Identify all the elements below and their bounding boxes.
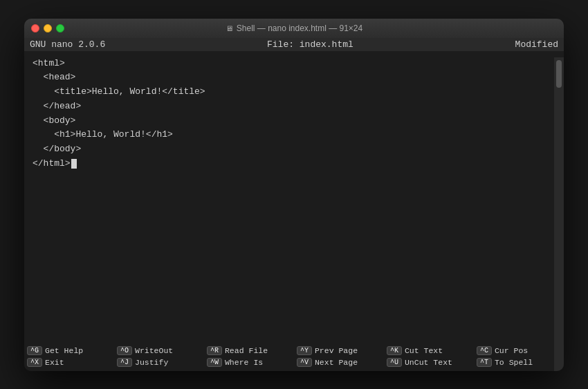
nano-filename: File: index.html <box>267 39 353 50</box>
code-line-with-cursor: </html> <box>33 157 555 171</box>
shortcut-read-file[interactable]: ^R Read File <box>204 345 294 357</box>
code-line: <body> <box>33 114 555 129</box>
shortcut-label-cur-pos: Cur Pos <box>495 346 528 355</box>
shortcut-row-2: ^X Exit ^J Justify ^W Where Is ^V Next P… <box>24 357 564 368</box>
shortcut-key-j: ^J <box>117 358 132 367</box>
shortcut-label-cut-text: Cut Text <box>405 346 443 355</box>
shortcut-cur-pos[interactable]: ^C Cur Pos <box>474 345 564 357</box>
shortcut-key-v: ^V <box>297 358 312 367</box>
code-line: </body> <box>33 142 555 157</box>
shortcut-key-o: ^O <box>117 346 132 355</box>
shortcut-next-page[interactable]: ^V Next Page <box>294 357 384 368</box>
shortcut-key-c: ^C <box>477 346 492 355</box>
nano-header-bar: GNU nano 2.0.6 File: index.html Modified <box>24 38 564 51</box>
shortcut-label-prev-page: Prev Page <box>315 346 358 355</box>
shortcut-key-u: ^U <box>387 358 402 367</box>
shortcut-label-next-page: Next Page <box>315 358 358 367</box>
shortcut-label-to-spell: To Spell <box>495 358 533 367</box>
shortcut-key-y: ^Y <box>297 346 312 355</box>
text-cursor <box>71 159 77 169</box>
shortcut-row-1: ^G Get Help ^O WriteOut ^R Read File ^Y … <box>24 345 564 357</box>
nano-editor-area[interactable]: GNU nano 2.0.6 File: index.html Modified… <box>24 38 564 371</box>
code-line: </head> <box>33 99 555 114</box>
shortcut-prev-page[interactable]: ^Y Prev Page <box>294 345 384 357</box>
shortcut-key-w: ^W <box>207 358 222 367</box>
shortcut-writeout[interactable]: ^O WriteOut <box>114 345 204 357</box>
shortcut-to-spell[interactable]: ^T To Spell <box>474 357 564 368</box>
close-button[interactable] <box>31 24 39 32</box>
maximize-button[interactable] <box>56 24 64 32</box>
shortcut-label-where-is: Where Is <box>225 358 263 367</box>
shortcut-exit[interactable]: ^X Exit <box>24 357 114 368</box>
traffic-lights <box>31 24 64 32</box>
nano-shortcuts-bar: ^G Get Help ^O WriteOut ^R Read File ^Y … <box>24 342 564 371</box>
shortcut-key-r: ^R <box>207 346 222 355</box>
shortcut-key-x: ^X <box>27 358 42 367</box>
shortcut-label-read-file: Read File <box>225 346 268 355</box>
shortcut-label-writeout: WriteOut <box>135 346 173 355</box>
shortcut-label-uncut-text: UnCut Text <box>405 358 452 367</box>
shortcut-key-t: ^T <box>477 358 492 367</box>
shortcut-justify[interactable]: ^J Justify <box>114 357 204 368</box>
code-line: <head> <box>33 70 555 85</box>
terminal-window: 🖥 Shell — nano index.html — 91×24 GNU na… <box>24 19 564 371</box>
shortcut-label-justify: Justify <box>135 358 168 367</box>
shortcut-label-get-help: Get Help <box>45 346 83 355</box>
shortcut-where-is[interactable]: ^W Where Is <box>204 357 294 368</box>
shortcut-get-help[interactable]: ^G Get Help <box>24 345 114 357</box>
nano-version: GNU nano 2.0.6 <box>30 39 105 50</box>
window-title-text: Shell — nano index.html — 91×24 <box>237 23 362 33</box>
code-line: <title>Hello, World!</title> <box>33 85 555 99</box>
shortcut-cut-text[interactable]: ^K Cut Text <box>384 345 474 357</box>
shortcut-label-exit: Exit <box>45 358 64 367</box>
window-title: 🖥 Shell — nano index.html — 91×24 <box>226 23 362 33</box>
shortcut-key-k: ^K <box>387 346 402 355</box>
scrollbar-thumb[interactable] <box>556 60 562 88</box>
code-editor[interactable]: <html> <head> <title>Hello, World!</titl… <box>24 51 564 342</box>
nano-modified-status: Modified <box>515 39 558 50</box>
shortcut-uncut-text[interactable]: ^U UnCut Text <box>384 357 474 368</box>
scrollbar[interactable] <box>554 57 564 371</box>
shell-icon: 🖥 <box>226 24 233 32</box>
shortcut-key-g: ^G <box>27 346 42 355</box>
minimize-button[interactable] <box>44 24 52 32</box>
code-line: <html> <box>33 57 555 71</box>
code-line: <h1>Hello, World!</h1> <box>33 128 555 142</box>
title-bar: 🖥 Shell — nano index.html — 91×24 <box>24 19 564 38</box>
